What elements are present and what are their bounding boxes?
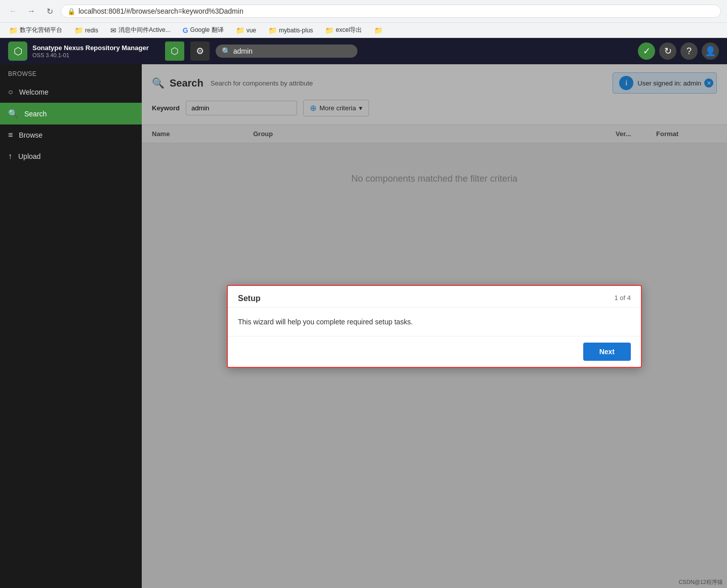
setup-step: 1 of 4 bbox=[614, 294, 631, 302]
setup-dialog-footer: Next bbox=[228, 336, 641, 367]
bookmark-digital[interactable]: 📁 数字化营销平台 bbox=[6, 25, 65, 35]
folder-icon: 📁 bbox=[9, 26, 18, 34]
folder-icon: 📁 bbox=[374, 26, 383, 34]
box-icon: ⬡ bbox=[171, 46, 179, 57]
sidebar: Browse ○ Welcome 🔍 Search ≡ Browse ↑ Upl… bbox=[0, 64, 142, 588]
app-title: Sonatype Nexus Repository Manager bbox=[32, 44, 149, 52]
sidebar-item-search[interactable]: 🔍 Search bbox=[0, 103, 142, 124]
app-title-block: Sonatype Nexus Repository Manager OSS 3.… bbox=[32, 44, 149, 58]
app-subtitle: OSS 3.40.1-01 bbox=[32, 52, 149, 58]
refresh-button[interactable]: ↻ bbox=[659, 43, 676, 60]
nav-search-bar[interactable]: 🔍 bbox=[216, 45, 357, 58]
url-input[interactable] bbox=[78, 7, 714, 15]
bookmark-redis[interactable]: 📁 redis bbox=[71, 25, 101, 35]
gear-icon: ⚙ bbox=[196, 46, 204, 57]
bookmark-more[interactable]: 📁 bbox=[371, 25, 386, 35]
bookmark-activemq[interactable]: ✉ 消息中间件Active... bbox=[107, 25, 174, 35]
setup-dialog-body: This wizard will help you complete requi… bbox=[228, 308, 641, 336]
sidebar-item-welcome[interactable]: ○ Welcome bbox=[0, 81, 142, 103]
folder-icon: 📁 bbox=[236, 26, 245, 34]
browser-toolbar: ← → ↻ 🔒 bbox=[0, 0, 727, 22]
sidebar-item-browse[interactable]: ≡ Browse bbox=[0, 124, 142, 146]
next-button[interactable]: Next bbox=[583, 343, 631, 361]
bookmarks-bar: 📁 数字化营销平台 📁 redis ✉ 消息中间件Active... G Goo… bbox=[0, 22, 727, 37]
content-panel: 🔍 Search Search for components by attrib… bbox=[142, 64, 727, 588]
lock-icon: 🔒 bbox=[67, 8, 75, 15]
back-button[interactable]: ← bbox=[6, 4, 20, 18]
google-icon: G bbox=[183, 26, 188, 34]
folder-icon: 📁 bbox=[325, 26, 334, 34]
sidebar-section-title: Browse bbox=[0, 64, 142, 81]
status-check-button[interactable]: ✓ bbox=[638, 43, 655, 60]
upload-icon: ↑ bbox=[8, 152, 12, 161]
address-bar[interactable]: 🔒 bbox=[61, 5, 721, 18]
nexus-logo-icon: ⬡ bbox=[8, 41, 27, 61]
top-nav: ⬡ Sonatype Nexus Repository Manager OSS … bbox=[0, 38, 727, 64]
setup-dialog-overlay: Setup 1 of 4 This wizard will help you c… bbox=[142, 64, 727, 588]
search-icon: 🔍 bbox=[8, 109, 18, 118]
folder-icon: 📁 bbox=[268, 26, 277, 34]
reload-button[interactable]: ↻ bbox=[43, 4, 57, 18]
setup-dialog-header: Setup 1 of 4 bbox=[228, 286, 641, 308]
nav-right-icons: ✓ ↻ ? 👤 bbox=[638, 43, 719, 60]
settings-nav-button[interactable]: ⚙ bbox=[190, 41, 210, 61]
forward-button[interactable]: → bbox=[24, 4, 38, 18]
setup-description: This wizard will help you complete requi… bbox=[238, 318, 631, 326]
app-logo: ⬡ Sonatype Nexus Repository Manager OSS … bbox=[8, 41, 149, 61]
setup-dialog: Setup 1 of 4 This wizard will help you c… bbox=[227, 285, 642, 368]
bookmark-vue[interactable]: 📁 vue bbox=[233, 25, 259, 35]
user-button[interactable]: 👤 bbox=[702, 43, 719, 60]
main-area: Browse ○ Welcome 🔍 Search ≡ Browse ↑ Upl… bbox=[0, 64, 727, 588]
bookmark-excel[interactable]: 📁 excel导出 bbox=[322, 25, 365, 35]
app-container: ⬡ Sonatype Nexus Repository Manager OSS … bbox=[0, 38, 727, 588]
sidebar-item-upload[interactable]: ↑ Upload bbox=[0, 146, 142, 167]
bookmark-google[interactable]: G Google 翻译 bbox=[180, 25, 227, 35]
help-button[interactable]: ? bbox=[680, 43, 698, 60]
bookmark-mybatis[interactable]: 📁 mybatis-plus bbox=[265, 25, 316, 35]
welcome-icon: ○ bbox=[8, 88, 13, 97]
browse-nav-button[interactable]: ⬡ bbox=[165, 41, 184, 61]
folder-icon: 📁 bbox=[74, 26, 83, 34]
browse-icon: ≡ bbox=[8, 131, 13, 140]
activemq-icon: ✉ bbox=[110, 26, 116, 34]
setup-title: Setup bbox=[238, 294, 260, 303]
browser-chrome: ← → ↻ 🔒 📁 数字化营销平台 📁 redis ✉ 消息中间件Active.… bbox=[0, 0, 727, 38]
search-icon: 🔍 bbox=[222, 47, 230, 55]
nav-search-input[interactable] bbox=[233, 47, 351, 55]
